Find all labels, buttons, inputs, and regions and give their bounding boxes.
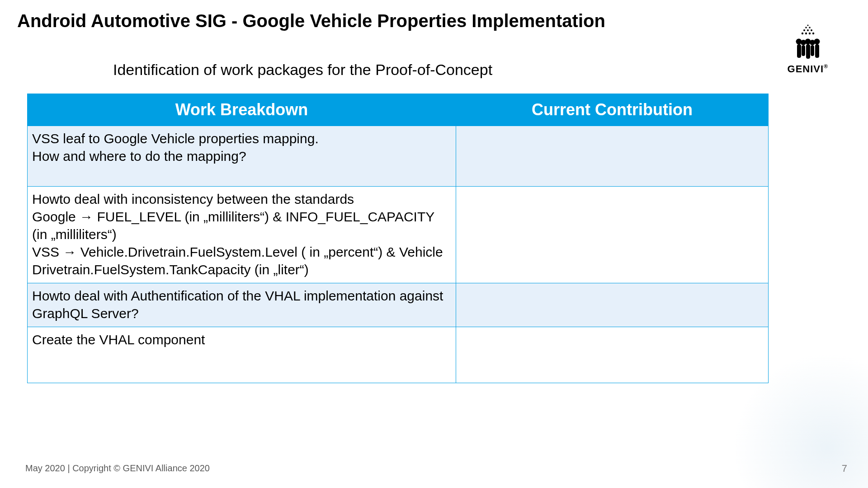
svg-point-7 — [805, 33, 807, 34]
table-header-breakdown: Work Breakdown — [28, 94, 456, 126]
svg-point-1 — [805, 27, 807, 28]
svg-point-6 — [802, 33, 803, 34]
svg-rect-18 — [811, 45, 814, 56]
svg-rect-17 — [806, 44, 810, 59]
genivi-logo: GENIVI® — [788, 23, 828, 75]
genivi-logo-text: GENIVI® — [788, 63, 828, 75]
slide-title: Android Automotive SIG - Google Vehicle … — [17, 11, 605, 31]
svg-point-0 — [807, 25, 808, 26]
svg-point-13 — [801, 40, 806, 45]
table-row: Create the VHAL component — [28, 327, 769, 383]
svg-point-3 — [803, 29, 805, 31]
table-header-contribution: Current Contribution — [456, 94, 768, 126]
cell-breakdown: Howto deal with inconsistency between th… — [28, 187, 456, 283]
svg-rect-16 — [802, 45, 805, 56]
footer-text: May 2020 | Copyright © GENIVI Alliance 2… — [25, 463, 210, 474]
svg-point-2 — [809, 27, 811, 28]
table-row: VSS leaf to Google Vehicle properties ma… — [28, 126, 769, 187]
cell-contribution — [456, 327, 768, 383]
work-breakdown-table: Work Breakdown Current Contribution VSS … — [27, 94, 769, 383]
table-row: Howto deal with inconsistency between th… — [28, 187, 769, 283]
svg-point-14 — [810, 40, 815, 45]
cell-breakdown: Create the VHAL component — [28, 327, 456, 383]
svg-point-9 — [812, 33, 814, 34]
svg-point-4 — [807, 29, 809, 31]
table-row: Howto deal with Authentification of the … — [28, 283, 769, 327]
page-number: 7 — [842, 463, 847, 474]
cell-contribution — [456, 126, 768, 187]
genivi-logo-icon — [792, 23, 824, 61]
cell-breakdown: VSS leaf to Google Vehicle properties ma… — [28, 126, 456, 187]
svg-rect-15 — [797, 44, 801, 58]
svg-point-8 — [809, 33, 811, 34]
cell-contribution — [456, 187, 768, 283]
cell-breakdown: Howto deal with Authentification of the … — [28, 283, 456, 327]
svg-point-5 — [811, 29, 812, 31]
slide-subtitle: Identification of work packages for the … — [113, 61, 492, 79]
svg-rect-19 — [815, 44, 819, 58]
cell-contribution — [456, 283, 768, 327]
